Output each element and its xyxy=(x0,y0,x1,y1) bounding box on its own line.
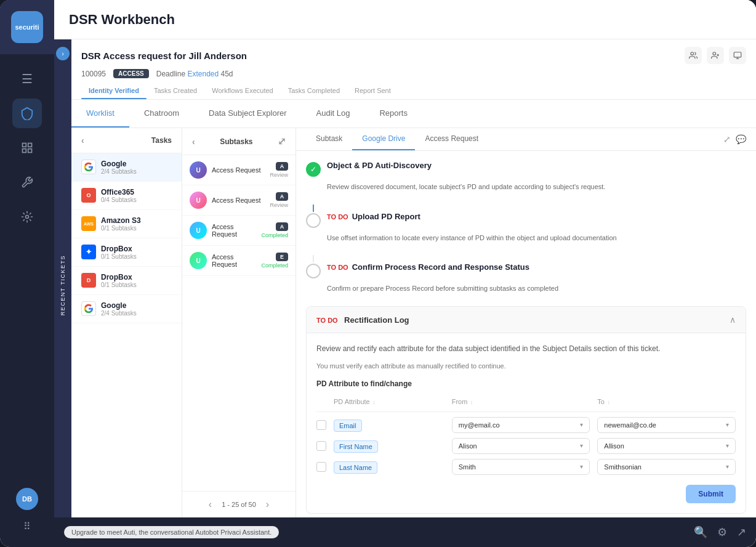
task-name-amazons3: Amazon S3 xyxy=(101,216,172,225)
task-entry-header-3: TO DOConfirm Process Record and Response… xyxy=(306,262,746,278)
subtask-item-4[interactable]: U Access Request E Completed xyxy=(182,246,296,276)
action-icon-3[interactable] xyxy=(729,47,746,64)
pd-attr-email: Email xyxy=(334,419,444,431)
tab-audit-log[interactable]: Audit Log xyxy=(302,100,365,128)
recent-tickets-label: RECENT TICKETS xyxy=(60,255,66,315)
submit-row: Submit xyxy=(316,485,736,503)
subtask-avatar-1: U xyxy=(190,161,207,179)
subtask-status-4: Completed xyxy=(261,262,288,269)
pd-tag-lastname: Last Name xyxy=(334,461,377,474)
sidebar-nav: ☰ xyxy=(12,54,42,478)
check-icon-1: ✓ xyxy=(310,165,316,174)
task-logo-google1 xyxy=(81,160,96,174)
detail-panel-actions: ⤢ 💬 xyxy=(723,134,746,144)
task-item-office365[interactable]: O Office365 0/4 Subtasks xyxy=(71,182,182,210)
search-bottom-icon[interactable]: 🔍 xyxy=(694,525,707,539)
progress-tab-identity[interactable]: Identity Verified xyxy=(81,84,147,99)
task-item-dropbox2[interactable]: D DropBox 0/1 Subtasks xyxy=(71,267,182,295)
sidebar-icon-dashboard[interactable] xyxy=(12,133,42,163)
content-area: › RECENT TICKETS DSR Access request for … xyxy=(54,39,756,517)
recent-tickets-tab[interactable]: › RECENT TICKETS xyxy=(54,39,71,517)
tab-reports[interactable]: Reports xyxy=(364,100,422,128)
pd-to-header: To ↕ xyxy=(597,395,736,407)
pd-select-from-email[interactable]: my@email.co ▾ xyxy=(452,417,590,433)
dsr-title: DSR Access request for Jill Anderson xyxy=(81,51,247,61)
select-arrow-to-email: ▾ xyxy=(726,421,729,428)
subtask-right-4: E Completed xyxy=(261,253,288,269)
tab-chatroom[interactable]: Chatroom xyxy=(129,100,194,128)
pd-checkbox-firstname[interactable] xyxy=(316,441,326,451)
task-entry-desc-2: Use offset information to locate every i… xyxy=(327,233,746,243)
pd-row-firstname: First Name Alison ▾ xyxy=(316,438,736,454)
progress-tab-report-sent[interactable]: Report Sent xyxy=(347,84,398,99)
tab-worklist[interactable]: Worklist xyxy=(71,100,129,128)
tasks-header-label: Tasks xyxy=(151,136,172,145)
pd-select-from-lastname[interactable]: Smith ▾ xyxy=(452,459,590,475)
panels-row: ‹ Tasks Google xyxy=(71,128,756,517)
detail-tab-access-request[interactable]: Access Request xyxy=(415,128,488,150)
pd-tag-email: Email xyxy=(334,419,362,432)
pd-table-header: PD Attribute ↕ From ↕ xyxy=(316,395,736,412)
task-item-google2[interactable]: Google 2/4 Subtasks xyxy=(71,295,182,323)
subtask-item-2[interactable]: U Access Request A Review xyxy=(182,185,296,216)
pd-select-to-firstname[interactable]: Allison ▾ xyxy=(597,438,736,454)
tasks-nav-back[interactable]: ‹ xyxy=(81,136,84,145)
pd-from-email: my@email.co ▾ xyxy=(452,417,590,433)
sidebar-icon-menu[interactable]: ☰ xyxy=(12,64,42,94)
share-bottom-icon[interactable]: ↗ xyxy=(737,525,746,539)
page-prev-button[interactable]: ‹ xyxy=(209,499,212,510)
tasks-panel-header: ‹ Tasks xyxy=(71,128,182,153)
access-badge: ACCESS xyxy=(113,69,149,78)
subtask-item-1[interactable]: U Access Request A Review xyxy=(182,155,296,185)
comment-icon[interactable]: 💬 xyxy=(736,134,746,144)
expand-panel-button[interactable]: › xyxy=(56,47,70,60)
bottom-icons: 🔍 ⚙ ↗ xyxy=(694,525,746,539)
pd-select-from-firstname[interactable]: Alison ▾ xyxy=(452,438,590,454)
pd-checkbox-lastname[interactable] xyxy=(316,462,326,472)
expand-detail-icon[interactable]: ⤢ xyxy=(723,134,731,144)
progress-tab-tasks-created[interactable]: Tasks Created xyxy=(147,84,204,99)
auti-message: Upgrade to meet Auti, the conversational… xyxy=(64,526,279,538)
panel-expand-icon[interactable]: ⤢ xyxy=(278,136,286,147)
rect-note: You must verify each attribute as manual… xyxy=(316,362,736,370)
detail-tab-google-drive[interactable]: Google Drive xyxy=(352,128,415,150)
page-next-button[interactable]: › xyxy=(266,499,269,510)
progress-tab-workflows[interactable]: Workflows Executed xyxy=(204,84,280,99)
task-entry-desc-3: Confirm or prepare Process Record before… xyxy=(327,283,746,294)
pd-select-to-email[interactable]: newemail@co.de ▾ xyxy=(597,417,736,433)
tab-data-subject-explorer[interactable]: Data Subject Explorer xyxy=(194,100,301,128)
pd-select-to-lastname[interactable]: Smithsonian ▾ xyxy=(597,459,736,475)
select-arrow-to-firstname: ▾ xyxy=(726,442,729,449)
grid-icon[interactable]: ⠿ xyxy=(16,515,38,537)
action-icon-2[interactable] xyxy=(707,47,724,64)
filter-bottom-icon[interactable]: ⚙ xyxy=(717,525,727,539)
detail-content: ✓ Object & PD Auti-Discovery Review disc… xyxy=(296,151,756,517)
sidebar-icon-settings[interactable] xyxy=(12,202,42,232)
subtask-item-3[interactable]: U Access Request A Completed xyxy=(182,216,296,246)
subtask-status-3: Completed xyxy=(261,232,288,238)
detail-tab-subtask[interactable]: Subtask xyxy=(306,128,352,150)
task-item-amazons3[interactable]: AWS Amazon S3 0/1 Subtasks xyxy=(71,210,182,238)
rect-header: TO DO Rectification Log ∧ xyxy=(307,307,746,333)
subtask-status-2: Review xyxy=(270,202,288,208)
rect-collapse-icon[interactable]: ∧ xyxy=(730,315,736,325)
pd-from-header: From ↕ xyxy=(452,395,590,407)
progress-tabs: Identity Verified Tasks Created Workflow… xyxy=(81,84,746,99)
task-item-google1[interactable]: Google 2/4 Subtasks xyxy=(71,153,182,182)
subtasks-nav-back[interactable]: ‹ xyxy=(192,137,195,147)
submit-button[interactable]: Submit xyxy=(686,485,736,503)
subtask-list: U Access Request A Review xyxy=(182,155,296,491)
sidebar-icon-shield[interactable] xyxy=(12,99,42,128)
progress-tab-tasks-completed[interactable]: Tasks Completed xyxy=(281,84,347,99)
user-avatar[interactable]: DB xyxy=(16,488,38,510)
sidebar-icon-tools[interactable] xyxy=(12,168,42,197)
pd-checkbox-email[interactable] xyxy=(316,420,326,430)
rect-body: Review and rectify each attribute for th… xyxy=(307,333,746,513)
task-logo-dropbox1: ✦ xyxy=(81,245,96,259)
subtask-badge-2: A xyxy=(276,192,288,201)
task-item-dropbox1[interactable]: ✦ DropBox 0/1 Subtasks xyxy=(71,238,182,267)
subtasks-header-label: Subtasks xyxy=(220,137,252,146)
pd-from-lastname: Smith ▾ xyxy=(452,459,590,475)
subtask-name-4: Access Request xyxy=(212,253,256,268)
action-icon-1[interactable] xyxy=(685,47,702,64)
